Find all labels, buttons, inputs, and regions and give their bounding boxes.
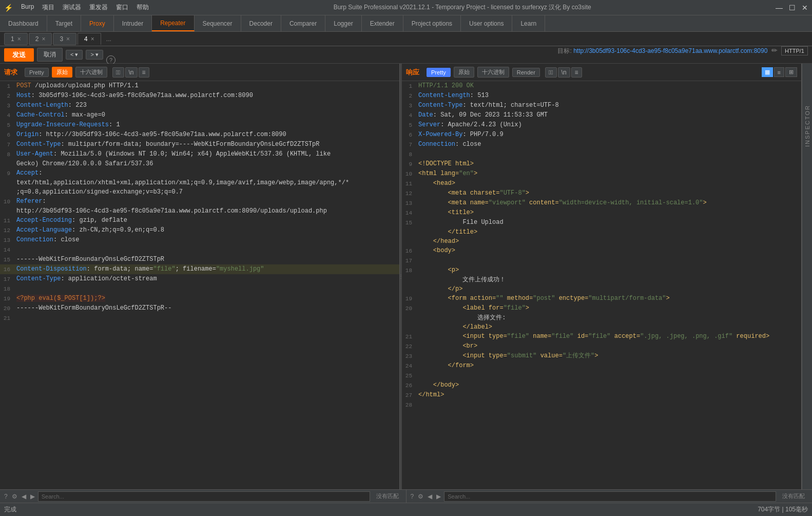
req-menu-icon[interactable]: ≡ <box>139 67 149 78</box>
http-version-badge[interactable]: HTTP/1 <box>781 46 808 55</box>
request-search-input[interactable] <box>38 491 370 502</box>
main-content: 请求 Pretty 原始 十六进制 ☰⃝ \n ≡ 1POST /uploads… <box>0 64 812 489</box>
req-line-15: 15------WebKitFormBoundaryOnsLeGcfD2ZTST… <box>0 255 399 264</box>
req-line-13: 13Connection: close <box>0 235 399 245</box>
split-view-button[interactable]: ▦ <box>762 67 773 77</box>
close-tab-4[interactable]: × <box>91 35 94 43</box>
res-line-8: 8 <box>402 149 801 159</box>
res-line-3: 3Content-Type: text/html; charset=UTF-8 <box>402 101 801 110</box>
app-title: Burp Suite Professional v2021.12.1 - Tem… <box>149 3 776 12</box>
help-button[interactable]: ? <box>106 55 115 65</box>
req-line-10: 10Referer: <box>0 197 399 206</box>
req-search-help[interactable]: ? <box>3 493 9 500</box>
res-search-back[interactable]: ◀ <box>427 493 433 500</box>
repeater-tab-2[interactable]: 2 × <box>29 33 52 45</box>
menu-burp[interactable]: Burp <box>21 3 34 12</box>
res-line-18b: 文件上传成功！ <box>402 275 801 284</box>
tab-user-options[interactable]: User options <box>461 15 512 31</box>
res-menu-icon[interactable]: ≡ <box>571 67 582 78</box>
res-search-settings[interactable]: ⚙ <box>417 493 424 500</box>
tab-learn[interactable]: Learn <box>512 15 545 31</box>
menu-help[interactable]: 帮助 <box>137 3 149 12</box>
grid-view-button[interactable]: ⊞ <box>785 67 797 77</box>
close-tab-3[interactable]: × <box>66 35 70 43</box>
view-toggle: ▦ ≡ ⊞ <box>762 67 797 77</box>
repeater-tab-4[interactable]: 4 × <box>78 33 101 45</box>
edit-target-button[interactable]: ✏ <box>769 45 780 55</box>
response-panel-header: 响应 Pretty 原始 十六进制 Render ☰⃝ \n ≡ ▦ ≡ ⊞ <box>402 64 801 81</box>
repeater-tab-1[interactable]: 1 × <box>4 33 28 45</box>
tab-proxy[interactable]: Proxy <box>81 15 114 31</box>
menu-project[interactable]: 项目 <box>42 3 54 12</box>
tab-repeater[interactable]: Repeater <box>152 15 194 31</box>
nav-forward-button[interactable]: > ▾ <box>86 50 103 60</box>
req-line-7: 7Content-Type: multipart/form-data; boun… <box>0 140 399 149</box>
response-search-input[interactable] <box>444 491 776 502</box>
response-code-area[interactable]: 1HTTP/1.1 200 OK 2Content-Length: 513 3C… <box>402 81 801 489</box>
res-newline-icon[interactable]: \n <box>558 67 570 78</box>
menu-tester[interactable]: 测试器 <box>63 3 81 12</box>
minimize-button[interactable]: — <box>776 4 783 12</box>
tab-target[interactable]: Target <box>47 15 81 31</box>
res-line-15b: </title> <box>402 227 801 237</box>
tab-dashboard[interactable]: Dashboard <box>0 15 47 31</box>
res-raw-button[interactable]: 原始 <box>454 67 474 78</box>
close-tab-1[interactable]: × <box>17 35 21 43</box>
repeater-tab-3[interactable]: 3 × <box>53 33 76 45</box>
cancel-button[interactable]: 取消 <box>37 48 63 62</box>
request-code-area[interactable]: 1POST /uploads/upload.php HTTP/1.1 2Host… <box>0 81 399 489</box>
res-pretty-button[interactable]: Pretty <box>427 68 451 77</box>
res-search-help[interactable]: ? <box>410 493 415 500</box>
res-hex-button[interactable]: 十六进制 <box>477 67 509 78</box>
req-line-2: 2Host: 3b05df93-106c-4cd3-ae95-f8c05a9e7… <box>0 91 399 101</box>
menu-window[interactable]: 窗口 <box>116 3 128 12</box>
send-button[interactable]: 发送 <box>4 48 34 62</box>
req-search-back[interactable]: ◀ <box>21 493 27 500</box>
req-line-11: 11Accept-Encoding: gzip, deflate <box>0 216 399 225</box>
res-render-button[interactable]: Render <box>512 68 540 77</box>
req-line-4: 4Cache-Control: max-age=0 <box>0 110 399 120</box>
req-line-18: 18 <box>0 284 399 294</box>
more-tabs[interactable]: ... <box>102 35 115 43</box>
req-line-5: 5Upgrade-Insecure-Requests: 1 <box>0 120 399 130</box>
tab-sequencer[interactable]: Sequencer <box>195 15 241 31</box>
req-line-14: 14 <box>0 245 399 255</box>
req-line-9: 9Accept: <box>0 168 399 178</box>
inspector-sidebar: INSPECTOR <box>802 64 812 489</box>
maximize-button[interactable]: ☐ <box>789 4 796 12</box>
req-newline-icon[interactable]: \n <box>125 67 138 78</box>
req-search-settings[interactable]: ⚙ <box>11 493 18 500</box>
res-line-14: 14 <title> <box>402 208 801 218</box>
tab-logger[interactable]: Logger <box>325 15 361 31</box>
close-button[interactable]: ✕ <box>802 4 808 12</box>
tab-extender[interactable]: Extender <box>362 15 403 31</box>
res-search-forward[interactable]: ▶ <box>435 493 442 500</box>
req-line-20: 20------WebKitFormBoundaryOnsLeGcfD2ZTST… <box>0 303 399 313</box>
req-pretty-button[interactable]: Pretty <box>25 68 49 77</box>
res-line-15: 15 File Upload <box>402 218 801 227</box>
close-tab-2[interactable]: × <box>42 35 45 43</box>
panel-divider[interactable]: ⋮ <box>400 64 402 489</box>
res-line-17: 17 <box>402 256 801 265</box>
nav-back-button[interactable]: < ▾ <box>66 50 83 60</box>
tab-comparer[interactable]: Comparer <box>281 15 325 31</box>
req-line-8b: Gecko) Chrome/120.0.0.0 Safari/537.36 <box>0 159 399 168</box>
res-line-10: 10<html lang="en"> <box>402 169 801 179</box>
status-bar: 完成 704字节 | 105毫秒 <box>0 503 812 516</box>
res-line-11: 11 <head> <box>402 179 801 188</box>
list-view-button[interactable]: ≡ <box>774 67 784 77</box>
req-search-forward[interactable]: ▶ <box>29 493 36 500</box>
res-format-icon[interactable]: ☰⃝ <box>545 67 557 78</box>
req-line-8: 8User-Agent: Mozilla/5.0 (Windows NT 10.… <box>0 149 399 159</box>
status-stats: 704字节 | 105毫秒 <box>758 505 808 514</box>
req-hex-button[interactable]: 十六进制 <box>75 67 107 78</box>
tab-intruder[interactable]: Intruder <box>114 15 152 31</box>
tab-decoder[interactable]: Decoder <box>241 15 281 31</box>
req-line-1: 1POST /uploads/upload.php HTTP/1.1 <box>0 81 399 91</box>
request-panel: 请求 Pretty 原始 十六进制 ☰⃝ \n ≡ 1POST /uploads… <box>0 64 400 489</box>
req-format-icon[interactable]: ☰⃝ <box>112 67 124 78</box>
menu-resender[interactable]: 重发器 <box>89 3 108 12</box>
tab-project-options[interactable]: Project options <box>403 15 461 31</box>
req-line-17: 17Content-Type: application/octet-stream <box>0 274 399 284</box>
req-raw-button[interactable]: 原始 <box>52 67 72 78</box>
